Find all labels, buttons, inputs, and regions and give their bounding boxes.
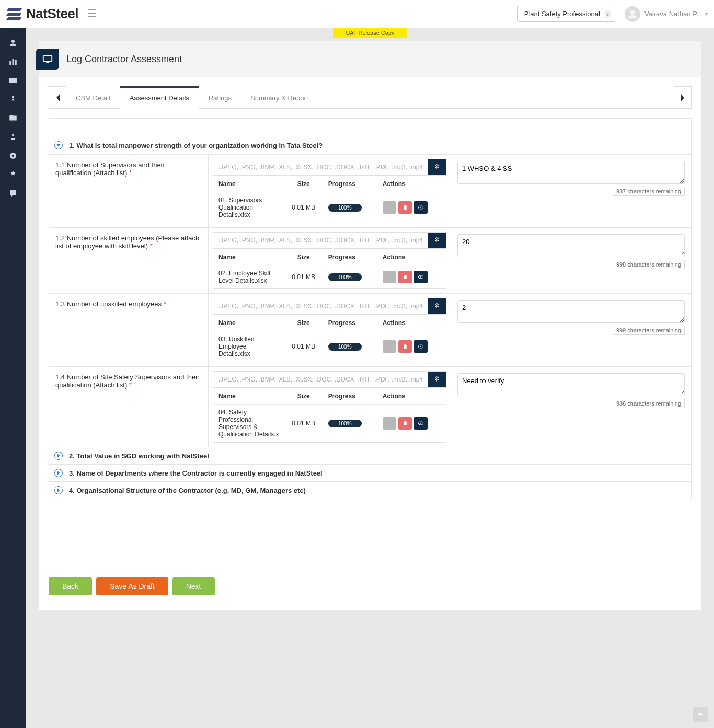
- page-icon: [36, 49, 59, 70]
- file-progress: 100%: [328, 204, 362, 212]
- upload-hint: .JPEG, .PNG, .BMP, .XLS, .XLSX, .DOC, .D…: [213, 233, 428, 248]
- avatar-icon: [625, 6, 640, 22]
- question-row: 1.1 Number of Supervisors and their qual…: [49, 155, 692, 228]
- nav-item-7[interactable]: [0, 146, 26, 165]
- tab-summary-report[interactable]: Summary & Report: [241, 86, 318, 109]
- tab-assessment-details[interactable]: Assessment Details: [120, 86, 199, 109]
- delete-icon[interactable]: [398, 417, 412, 430]
- svg-marker-2: [6, 17, 22, 20]
- svg-point-12: [12, 96, 15, 98]
- spacer-box: [49, 118, 692, 137]
- section-4-header[interactable]: 4. Organisational Structure of the Contr…: [49, 482, 692, 499]
- svg-point-7: [11, 40, 15, 43]
- nav-item-5[interactable]: [0, 109, 26, 128]
- nav-item-3[interactable]: [0, 71, 26, 90]
- svg-rect-3: [88, 9, 96, 10]
- user-name: Vairava Nathan P...: [644, 10, 702, 18]
- delete-icon[interactable]: [398, 340, 412, 353]
- attach-button[interactable]: [428, 159, 446, 175]
- page-header: Log Contractor Assessment: [39, 41, 701, 77]
- tab-prev-button[interactable]: [49, 86, 66, 109]
- expand-icon: [54, 486, 63, 494]
- svg-point-15: [12, 155, 15, 157]
- nav-item-1[interactable]: [0, 33, 26, 52]
- menu-toggle-icon[interactable]: [88, 9, 96, 18]
- svg-rect-11: [9, 78, 17, 83]
- download-icon[interactable]: [383, 417, 396, 430]
- svg-rect-17: [46, 62, 49, 63]
- nav-item-9[interactable]: [0, 184, 26, 203]
- expand-icon: [54, 469, 63, 477]
- file-name: 01. Supervisors Qualification Details.xl…: [213, 192, 284, 223]
- attach-button[interactable]: [428, 233, 446, 248]
- answer-input[interactable]: [457, 161, 685, 184]
- brand-logo: NatSteel: [6, 6, 78, 22]
- view-icon[interactable]: [414, 417, 428, 430]
- view-icon[interactable]: [414, 340, 428, 353]
- user-menu[interactable]: Vairava Nathan P...: [625, 6, 708, 22]
- svg-point-25: [420, 423, 421, 424]
- char-remaining: 987 characters remaining: [613, 187, 685, 196]
- svg-point-13: [12, 134, 15, 136]
- tab-ratings[interactable]: Ratings: [199, 86, 241, 109]
- file-progress: 100%: [328, 420, 362, 427]
- view-icon[interactable]: [414, 201, 428, 214]
- download-icon[interactable]: [383, 271, 396, 283]
- svg-point-6: [630, 10, 635, 14]
- file-name: 03. Unskilled Employee Details.xlsx: [213, 331, 284, 362]
- answer-input[interactable]: [457, 373, 685, 396]
- delete-icon[interactable]: [398, 271, 412, 283]
- nav-item-8[interactable]: [0, 165, 26, 184]
- section-1-header[interactable]: 1. What is total manpower strength of yo…: [49, 137, 692, 154]
- nav-item-4[interactable]: [0, 90, 26, 109]
- svg-point-19: [420, 207, 421, 208]
- file-name: 04. Safety Professional Supervisors & Qu…: [213, 405, 284, 443]
- svg-rect-8: [9, 61, 11, 65]
- view-icon[interactable]: [414, 271, 428, 283]
- attach-button[interactable]: [428, 298, 446, 314]
- svg-rect-4: [88, 13, 96, 14]
- back-button[interactable]: Back: [49, 577, 92, 595]
- side-nav: [0, 28, 26, 728]
- attach-button[interactable]: [428, 372, 446, 387]
- file-size: 0.01 MB: [284, 192, 323, 223]
- file-size: 0.01 MB: [284, 265, 323, 289]
- svg-marker-0: [6, 8, 22, 11]
- char-remaining: 986 characters remaining: [613, 399, 685, 408]
- tab-csm-detail[interactable]: CSM Detail: [66, 86, 120, 109]
- expand-icon: [54, 452, 63, 460]
- file-size: 0.01 MB: [284, 405, 323, 443]
- svg-point-23: [420, 346, 421, 347]
- scroll-top-button[interactable]: [693, 707, 708, 722]
- uat-banner: UAT Release Copy: [333, 28, 407, 38]
- download-icon[interactable]: [383, 340, 396, 353]
- page-title: Log Contractor Assessment: [66, 54, 182, 65]
- question-row: 1.3 Number of unskilled employees * .JPE…: [49, 294, 692, 367]
- nav-item-6[interactable]: [0, 128, 26, 146]
- svg-rect-9: [13, 59, 14, 65]
- question-row: 1.2 Number of skilled employees (Please …: [49, 228, 692, 294]
- char-remaining: 999 characters remaining: [613, 326, 685, 335]
- svg-marker-1: [6, 13, 22, 16]
- topbar: NatSteel Plant Safety Professional Vaira…: [0, 0, 714, 28]
- collapse-icon: [54, 141, 63, 149]
- nav-item-2[interactable]: [0, 52, 26, 71]
- upload-hint: .JPEG, .PNG, .BMP, .XLS, .XLSX, .DOC, .D…: [213, 159, 428, 175]
- section-2-header[interactable]: 2. Total Value in SGD working with NatSt…: [49, 447, 692, 465]
- role-dropdown[interactable]: Plant Safety Professional: [517, 6, 615, 22]
- save-draft-button[interactable]: Save As Draft: [96, 577, 168, 595]
- svg-point-21: [420, 276, 421, 278]
- svg-rect-10: [15, 60, 17, 65]
- delete-icon[interactable]: [398, 201, 412, 214]
- char-remaining: 998 characters remaining: [613, 260, 685, 269]
- file-progress: 100%: [328, 343, 362, 351]
- download-icon[interactable]: [383, 201, 396, 214]
- answer-input[interactable]: [457, 234, 685, 257]
- answer-input[interactable]: [457, 300, 685, 323]
- tab-next-button[interactable]: [674, 86, 692, 109]
- next-button[interactable]: Next: [172, 577, 215, 595]
- section-3-header[interactable]: 3. Name of Departments where the Contrac…: [49, 465, 692, 482]
- file-name: 02. Employee Skill Level Details.xlsx: [213, 265, 284, 289]
- file-progress: 100%: [328, 273, 362, 281]
- svg-rect-5: [88, 16, 96, 17]
